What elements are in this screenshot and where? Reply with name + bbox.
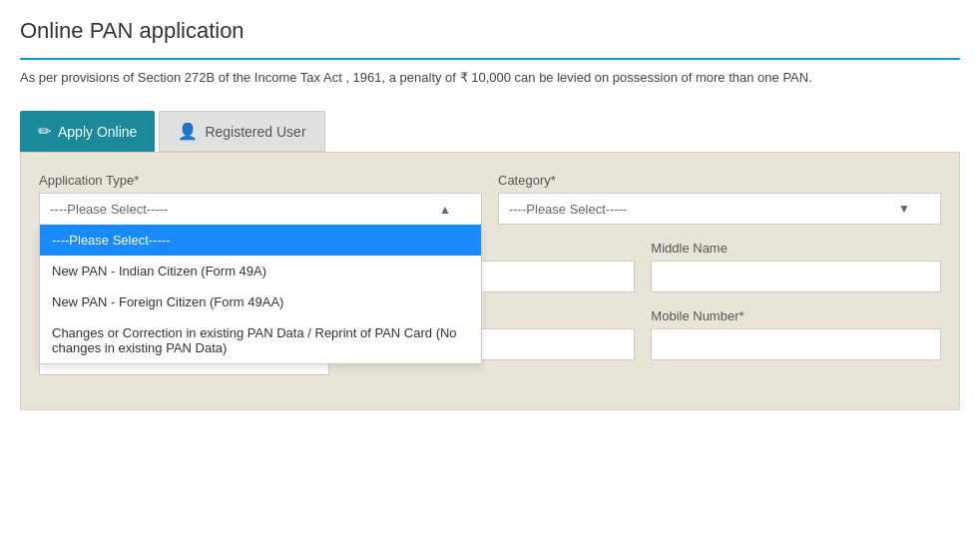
- category-selected-text: ----Please Select-----: [509, 202, 627, 217]
- application-type-selected-text: ----Please Select-----: [50, 202, 168, 217]
- tab-apply-online[interactable]: ✏ Apply Online: [20, 111, 155, 152]
- middle-name-input[interactable]: [651, 261, 941, 292]
- category-select[interactable]: ----Please Select----- ▼: [498, 193, 941, 225]
- application-type-dropdown[interactable]: ----Please Select----- ▲ ----Please Sele…: [39, 193, 482, 225]
- group-category: Category* ----Please Select----- ▼: [498, 173, 941, 225]
- category-select-wrapper: ----Please Select----- ▼: [498, 193, 941, 225]
- group-middle-name: Middle Name: [651, 241, 941, 292]
- application-type-label: Application Type*: [39, 173, 482, 188]
- application-type-menu: ----Please Select----- New PAN - Indian …: [39, 225, 482, 364]
- category-label: Category*: [498, 173, 941, 188]
- row-application-type-category: Application Type* ----Please Select-----…: [39, 173, 941, 225]
- dropdown-option-49aa[interactable]: New PAN - Foreign Citizen (Form 49AA): [40, 286, 481, 317]
- notice-bar: As per provisions of Section 272B of the…: [20, 58, 960, 97]
- apply-online-icon: ✏: [38, 122, 51, 141]
- category-chevron-icon: ▼: [898, 202, 910, 216]
- page-title: Online PAN application: [20, 18, 960, 44]
- application-type-chevron-icon: ▲: [439, 203, 451, 217]
- mobile-label: Mobile Number*: [651, 308, 941, 323]
- dropdown-option-please-select[interactable]: ----Please Select-----: [40, 225, 481, 256]
- mobile-input[interactable]: [651, 328, 941, 360]
- tab-registered-user-label: Registered User: [205, 124, 305, 140]
- dropdown-option-49a[interactable]: New PAN - Indian Citizen (Form 49A): [40, 256, 481, 286]
- tab-registered-user[interactable]: 👤 Registered User: [159, 111, 324, 152]
- group-application-type: Application Type* ----Please Select-----…: [39, 173, 482, 225]
- application-type-select[interactable]: ----Please Select----- ▲: [39, 193, 482, 225]
- tab-apply-online-label: Apply Online: [58, 124, 137, 140]
- middle-name-label: Middle Name: [651, 241, 941, 256]
- registered-user-icon: 👤: [178, 122, 198, 141]
- dropdown-option-correction[interactable]: Changes or Correction in existing PAN Da…: [40, 317, 481, 363]
- tabs-row: ✏ Apply Online 👤 Registered User: [20, 111, 960, 152]
- group-mobile: Mobile Number*: [651, 308, 941, 375]
- form-section: Application Type* ----Please Select-----…: [20, 152, 960, 410]
